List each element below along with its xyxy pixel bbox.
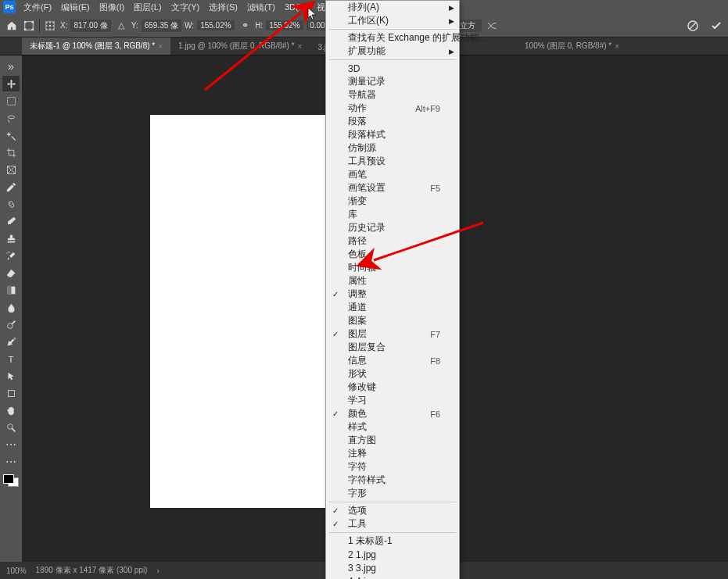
menu-item[interactable]: 1 未标题-1 xyxy=(326,534,459,548)
menu-image[interactable]: 图像(I) xyxy=(95,0,129,15)
menu-item[interactable]: 信息F8 xyxy=(326,354,459,367)
canvas[interactable] xyxy=(150,115,330,508)
menu-item[interactable]: 工作区(K)▶ xyxy=(326,14,459,27)
transform-ref-icon[interactable] xyxy=(22,19,36,33)
x-field[interactable]: 817.00 像 xyxy=(70,20,110,32)
menu-item[interactable]: 时间轴 xyxy=(326,261,459,274)
menu-item[interactable]: ✓图层F7 xyxy=(326,327,459,341)
menu-item[interactable]: 通道 xyxy=(326,301,459,314)
menu-item[interactable]: 图层复合 xyxy=(326,341,459,354)
menu-item[interactable]: 导航器 xyxy=(326,88,459,102)
tab-document-1[interactable]: 未标题-1 @ 100% (图层 3, RGB/8) *× xyxy=(22,38,170,55)
menu-item[interactable]: 工具预设 xyxy=(326,155,459,168)
menu-item[interactable]: 排列(A)▶ xyxy=(326,1,459,14)
menu-item[interactable]: 2 1.jpg xyxy=(326,548,459,561)
link-icon[interactable]: ⚭ xyxy=(238,19,252,33)
menu-3d[interactable]: 3D(D) xyxy=(280,1,312,13)
chevron-right-icon[interactable]: › xyxy=(156,566,159,575)
menu-select[interactable]: 选择(S) xyxy=(204,0,242,15)
menu-item[interactable]: 库 xyxy=(326,208,459,221)
eraser-tool[interactable] xyxy=(2,265,20,281)
menu-item[interactable]: 字符 xyxy=(326,460,459,474)
menu-item[interactable]: 字形 xyxy=(326,487,459,500)
menu-item[interactable]: ✓工具 xyxy=(326,517,459,531)
toolbar: » T ⋯ ⋯ xyxy=(0,55,22,562)
close-icon[interactable]: × xyxy=(158,42,163,51)
menu-item[interactable]: 注释 xyxy=(326,447,459,460)
cancel-icon[interactable] xyxy=(686,19,700,33)
menu-item[interactable]: 路径 xyxy=(326,234,459,248)
pen-tool[interactable] xyxy=(2,334,20,349)
move-tool[interactable] xyxy=(2,76,20,91)
menu-item[interactable]: 画笔 xyxy=(326,168,459,181)
menu-item[interactable]: 4 4.jpg xyxy=(326,574,459,579)
blur-tool[interactable] xyxy=(2,299,20,315)
stamp-tool[interactable] xyxy=(2,231,20,246)
menu-item[interactable]: 图案 xyxy=(326,314,459,327)
tab-document-2[interactable]: 1.jpg @ 100% (图层 0, RGB/8#) *× xyxy=(170,38,310,55)
menu-item[interactable]: 渐变 xyxy=(326,195,459,208)
menu-layer[interactable]: 图层(L) xyxy=(129,0,166,15)
menu-item[interactable]: 段落 xyxy=(326,115,459,128)
eyedropper-tool[interactable] xyxy=(2,179,20,195)
menu-item[interactable]: 测量记录 xyxy=(326,75,459,88)
healing-tool[interactable] xyxy=(2,196,20,212)
menu-item[interactable]: ✓颜色F6 xyxy=(326,407,459,420)
menu-filter[interactable]: 滤镜(T) xyxy=(242,0,280,15)
menu-item[interactable]: 查找有关 Exchange 的扩展功能... xyxy=(326,31,459,45)
menu-item[interactable]: 修改键 xyxy=(326,381,459,394)
path-select-tool[interactable] xyxy=(2,368,20,384)
color-swatch[interactable] xyxy=(3,474,19,487)
tab-document-4[interactable]: 100% (图层 0, RGB/8#) *× xyxy=(517,38,627,55)
lasso-tool[interactable] xyxy=(2,110,20,126)
reference-point-icon[interactable] xyxy=(43,19,57,33)
triangle-icon[interactable]: △ xyxy=(114,19,128,33)
frame-tool[interactable] xyxy=(2,162,20,177)
close-icon[interactable]: × xyxy=(298,42,303,51)
dodge-tool[interactable] xyxy=(2,316,20,332)
zoom-tool[interactable] xyxy=(2,420,20,435)
menu-item[interactable]: ✓调整 xyxy=(326,288,459,301)
menu-item[interactable]: 形状 xyxy=(326,367,459,381)
svg-point-13 xyxy=(49,28,51,30)
menu-item[interactable]: 字符样式 xyxy=(326,474,459,487)
menu-item[interactable]: 画笔设置F5 xyxy=(326,181,459,195)
marquee-tool[interactable] xyxy=(2,93,20,109)
edit-toolbar[interactable]: ⋯ xyxy=(2,454,20,470)
svg-point-11 xyxy=(53,25,55,27)
brush-tool[interactable] xyxy=(2,213,20,229)
menu-item[interactable]: 动作Alt+F9 xyxy=(326,102,459,115)
menu-item[interactable]: 扩展功能▶ xyxy=(326,45,459,58)
menu-item[interactable]: 3D xyxy=(326,62,459,75)
chevron-icon[interactable]: » xyxy=(2,59,20,74)
type-tool[interactable]: T xyxy=(2,351,20,366)
home-icon[interactable] xyxy=(5,19,19,33)
commit-icon[interactable] xyxy=(709,19,723,33)
warp-icon[interactable] xyxy=(485,19,499,33)
close-icon[interactable]: × xyxy=(615,42,619,51)
menu-item[interactable]: 直方图 xyxy=(326,434,459,447)
menu-item[interactable]: 3 3.jpg xyxy=(326,561,459,574)
crop-tool[interactable] xyxy=(2,145,20,160)
history-brush-tool[interactable] xyxy=(2,248,20,263)
hand-tool[interactable] xyxy=(2,402,20,418)
more-tools[interactable]: ⋯ xyxy=(2,437,20,452)
menu-item[interactable]: 段落样式 xyxy=(326,128,459,141)
menu-item[interactable]: 历史记录 xyxy=(326,221,459,234)
gradient-tool[interactable] xyxy=(2,282,20,298)
shape-tool[interactable] xyxy=(2,385,20,401)
menu-item[interactable]: 仿制源 xyxy=(326,141,459,155)
menu-item[interactable]: 属性 xyxy=(326,274,459,288)
w-field[interactable]: 155.02% xyxy=(197,20,235,30)
menu-item[interactable]: 样式 xyxy=(326,420,459,434)
menu-item[interactable]: 学习 xyxy=(326,394,459,407)
menu-item[interactable]: ✓选项 xyxy=(326,504,459,517)
menu-item[interactable]: 色板 xyxy=(326,248,459,261)
wand-tool[interactable] xyxy=(2,127,20,143)
menu-file[interactable]: 文件(F) xyxy=(19,0,56,15)
y-field[interactable]: 659.35 像 xyxy=(142,20,181,32)
menu-type[interactable]: 文字(Y) xyxy=(167,0,205,15)
zoom-level[interactable]: 100% xyxy=(6,566,27,575)
h-field[interactable]: 155.02% xyxy=(266,20,303,30)
menu-edit[interactable]: 编辑(E) xyxy=(56,0,95,15)
